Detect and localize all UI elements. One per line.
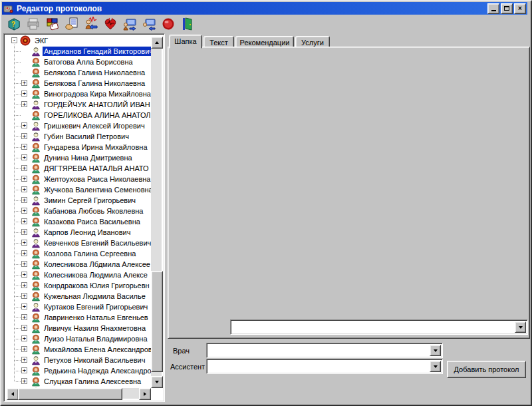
assistant-combo[interactable] bbox=[206, 359, 443, 374]
tree-item[interactable]: + Белякова Галина Николаевна bbox=[5, 78, 152, 89]
tree-item[interactable]: + Виноградова Кира Михайловна bbox=[5, 89, 152, 99]
tree-item[interactable]: + ГОРЕЛИКОВА АЛИНА АНАТОЛ bbox=[5, 110, 152, 120]
expand-icon[interactable]: + bbox=[21, 218, 27, 224]
import-ecg-button[interactable] bbox=[82, 15, 100, 33]
expand-icon[interactable]: + bbox=[21, 335, 27, 341]
tree-item[interactable]: + Дунина Нина Дмитриевна bbox=[5, 152, 152, 163]
tab-uslugi[interactable]: Услуги bbox=[295, 36, 330, 47]
toolbar: ? bbox=[2, 15, 527, 33]
tree-item[interactable]: + Козлова Галина Сергеевна bbox=[5, 248, 152, 259]
tree-item[interactable]: + Белякова Галина Николаевна bbox=[5, 67, 152, 78]
tree-item[interactable]: + Жучкова Валентина Семеновна bbox=[5, 184, 152, 195]
tree-item[interactable]: + Луизо Наталья Владимировна bbox=[5, 333, 152, 344]
expand-icon[interactable]: + bbox=[21, 325, 27, 331]
expand-icon[interactable]: + bbox=[21, 304, 27, 309]
expand-icon[interactable]: + bbox=[21, 250, 27, 256]
expand-icon[interactable]: + bbox=[21, 80, 27, 86]
assistant-dropdown-button[interactable] bbox=[430, 361, 441, 372]
tree-item[interactable]: + Конрдракова Юлия Григорьевн bbox=[5, 280, 152, 291]
tree-item[interactable]: + Петухов Николай Васильевич bbox=[5, 355, 152, 365]
expand-icon[interactable]: + bbox=[21, 229, 27, 235]
close-button[interactable]: × bbox=[514, 3, 526, 14]
tree-item[interactable]: + Губин Василий Петрович bbox=[5, 131, 152, 142]
model-dropdown-button[interactable] bbox=[515, 321, 526, 333]
scroll-down-button[interactable] bbox=[151, 376, 163, 388]
expand-icon[interactable]: + bbox=[21, 272, 27, 278]
exit-button[interactable] bbox=[178, 15, 197, 33]
arrow-down-icon bbox=[155, 381, 159, 383]
tree-item[interactable]: + Желтоухова Раиса Николаевна bbox=[5, 174, 152, 184]
expand-icon[interactable]: + bbox=[21, 261, 27, 267]
tree-item[interactable]: + Колесникова Лбдмила Алексее bbox=[5, 259, 152, 270]
tree-item[interactable]: + Гришкевич Алексей Игоревич bbox=[5, 120, 152, 131]
expand-icon[interactable]: + bbox=[21, 186, 27, 192]
tree-root[interactable]: - ЭКГ bbox=[5, 35, 152, 46]
tree-item[interactable]: + Колесникова Людмила Алексе bbox=[5, 270, 152, 280]
tree-item[interactable]: + Лавриненко Наталья Евгеньев bbox=[5, 312, 152, 323]
expand-icon[interactable]: + bbox=[21, 378, 27, 384]
expand-icon[interactable]: + bbox=[21, 293, 27, 299]
expand-icon[interactable]: + bbox=[21, 154, 27, 160]
collapse-icon[interactable]: - bbox=[11, 37, 17, 43]
tree-item-label: ДЯГТЯРЕВА НАТАЛЬЯ АНАТО bbox=[43, 164, 150, 173]
tree-item[interactable]: + Казакова Раиса Васильевна bbox=[5, 216, 152, 227]
tree-item-label: Колесникова Людмила Алексе bbox=[43, 270, 149, 280]
tree-item[interactable]: + Кабанова Любовь Яковлевна bbox=[5, 206, 152, 216]
expand-icon[interactable]: + bbox=[21, 357, 27, 363]
tab-shapka[interactable]: Шапка bbox=[169, 35, 202, 49]
expand-icon[interactable]: + bbox=[21, 314, 27, 320]
expand-icon[interactable]: + bbox=[21, 367, 27, 373]
horizontal-scroll-thumb[interactable] bbox=[18, 388, 122, 400]
copy-protocol-button[interactable] bbox=[63, 15, 81, 33]
tree-item[interactable]: + Ливичук Назиля Янахметовна bbox=[5, 323, 152, 333]
expand-icon[interactable]: + bbox=[21, 91, 27, 97]
add-protocol-button[interactable]: Добавить протокол bbox=[447, 361, 526, 378]
expand-icon[interactable]: + bbox=[21, 346, 27, 352]
expand-icon[interactable]: + bbox=[21, 122, 27, 128]
expand-icon[interactable]: + bbox=[21, 144, 27, 150]
print-button[interactable] bbox=[24, 15, 43, 33]
record-button[interactable] bbox=[159, 15, 178, 33]
tab-tekst[interactable]: Текст bbox=[203, 36, 234, 47]
vertical-scroll-thumb[interactable] bbox=[151, 271, 163, 372]
maximize-button[interactable] bbox=[501, 3, 513, 14]
tree-item[interactable]: + Зимин Сергей Григорьевич bbox=[5, 195, 152, 206]
tree-vertical-scrollbar[interactable] bbox=[151, 37, 162, 388]
help-button[interactable]: ? bbox=[5, 15, 23, 33]
settings-button[interactable] bbox=[43, 15, 62, 33]
expand-icon[interactable]: + bbox=[21, 165, 27, 171]
tree-item[interactable]: + Редькина Надежда Александро bbox=[5, 365, 152, 376]
tree-item[interactable]: + Куртаков Евгений Григорьевич bbox=[5, 302, 152, 312]
expand-icon[interactable]: + bbox=[21, 282, 27, 288]
scroll-right-button[interactable] bbox=[139, 388, 151, 400]
tree-item[interactable]: + Кужельная Людмила Василье bbox=[5, 291, 152, 302]
scroll-up-button[interactable] bbox=[151, 37, 163, 49]
tree-item[interactable]: + ГОРДЕЙЧУК АНАТОЛИЙ ИВАН bbox=[5, 99, 152, 110]
scroll-left-button[interactable] bbox=[7, 388, 19, 400]
expand-icon[interactable]: + bbox=[21, 176, 27, 182]
model-combo[interactable] bbox=[230, 319, 528, 335]
tree-item[interactable]: + Гундарева Ирина Михайловна bbox=[5, 142, 152, 152]
expand-icon[interactable]: + bbox=[21, 240, 27, 246]
tree-item[interactable]: + Андрианов Генадий Викторович bbox=[5, 46, 152, 57]
doctor-dropdown-button[interactable] bbox=[430, 345, 441, 356]
expand-icon[interactable]: + bbox=[21, 101, 27, 107]
tree-item-label: Луизо Наталья Владимировна bbox=[43, 334, 149, 343]
title-bar: Редактор протоколов × bbox=[2, 2, 527, 15]
tree-item[interactable]: + Карпов Леонид Иванович bbox=[5, 227, 152, 238]
minimize-button[interactable] bbox=[487, 3, 499, 14]
tree-item[interactable]: + Батогова Алла Борисовна bbox=[5, 57, 152, 67]
tree-item[interactable]: + ДЯГТЯРЕВА НАТАЛЬЯ АНАТО bbox=[5, 163, 152, 174]
receive-from-device-button[interactable] bbox=[140, 15, 158, 33]
expand-icon[interactable]: + bbox=[21, 133, 27, 139]
tree-item[interactable]: + Михайлова Елена Александров bbox=[5, 344, 152, 355]
cardiogram-button[interactable] bbox=[101, 15, 120, 33]
doctor-combo[interactable] bbox=[206, 343, 443, 358]
expand-icon[interactable]: + bbox=[21, 197, 27, 203]
tree-horizontal-scrollbar[interactable] bbox=[7, 388, 151, 399]
tree-item[interactable]: + Кевченков Евгений Васильевич bbox=[5, 238, 152, 248]
tree-item[interactable]: + Слуцкая Галина Алексеевна bbox=[5, 376, 152, 387]
expand-icon[interactable]: + bbox=[21, 208, 27, 214]
tab-rekomendacii[interactable]: Рекомендации bbox=[235, 36, 294, 47]
send-to-device-button[interactable] bbox=[120, 15, 139, 33]
